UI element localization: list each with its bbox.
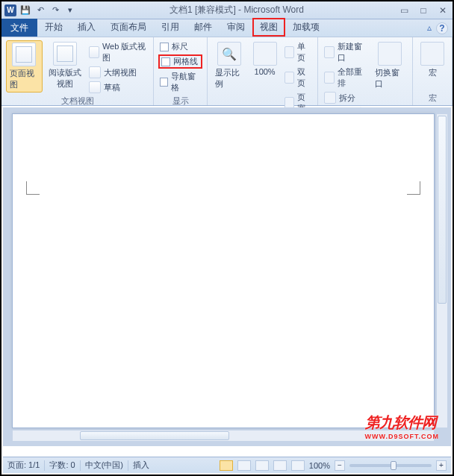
tab-review[interactable]: 审阅 (220, 18, 252, 37)
tab-file[interactable]: 文件 (1, 19, 37, 37)
tab-insert[interactable]: 插入 (70, 18, 103, 37)
minimize-button[interactable]: ▭ (397, 5, 411, 16)
group-document-views: 页面视图 阅读版式 视图 Web 版式视图 大纲视图 草稿 文档视图 (1, 37, 154, 105)
qat-more-button[interactable]: ▾ (64, 4, 76, 16)
ruler-checkbox[interactable]: 标尺 (158, 40, 202, 53)
new-window-label: 新建窗口 (338, 41, 367, 63)
help-button[interactable]: ? (436, 22, 448, 34)
close-button[interactable]: ✕ (436, 5, 450, 16)
new-window-button[interactable]: 新建窗口 (323, 40, 369, 64)
tab-addins[interactable]: 加载项 (285, 18, 327, 37)
tab-home[interactable]: 开始 (37, 18, 70, 37)
new-window-icon (324, 46, 335, 58)
gridlines-checkbox[interactable]: 网格线 (158, 54, 202, 69)
print-layout-icon (12, 43, 36, 66)
switch-windows-button[interactable]: 切换窗口 (372, 40, 408, 91)
status-zoom-value[interactable]: 100% (309, 461, 330, 470)
arrange-all-icon (324, 72, 335, 84)
margin-corner-tl (26, 181, 40, 195)
word-icon[interactable]: W (4, 4, 16, 16)
draft-button[interactable]: 草稿 (87, 81, 149, 94)
reading-layout-button[interactable]: 阅读版式 视图 (46, 40, 84, 91)
one-page-label: 单页 (297, 41, 311, 63)
two-page-icon (284, 72, 295, 84)
outline-label: 大纲视图 (104, 67, 137, 78)
zoom-in-button[interactable]: + (436, 460, 447, 471)
tab-references[interactable]: 引用 (154, 18, 187, 37)
group-window: 新建窗口 全部重排 拆分 切换窗口 窗口 (318, 37, 413, 105)
document-page[interactable] (12, 113, 435, 428)
group-label-show: 显示 (158, 94, 202, 108)
horizontal-scroll-thumb[interactable] (80, 431, 229, 440)
status-language[interactable]: 中文(中国) (85, 460, 123, 471)
split-icon (324, 92, 336, 104)
macros-label: 宏 (429, 67, 437, 78)
zoom-100-button[interactable]: 100% (250, 40, 280, 78)
zoom-slider-thumb[interactable] (391, 461, 397, 470)
zoom-label: 显示比例 (215, 67, 243, 90)
draft-label: 草稿 (104, 82, 120, 93)
switch-windows-icon (378, 42, 402, 66)
status-page[interactable]: 页面: 1/1 (7, 460, 40, 471)
reading-layout-icon (53, 42, 77, 66)
group-label-macros: 宏 (417, 91, 447, 105)
title-bar: W 💾 ↶ ↷ ▾ 文档1 [兼容模式] - Microsoft Word ▭ … (1, 1, 453, 19)
two-page-label: 双页 (297, 66, 311, 89)
view-draft-button[interactable] (291, 460, 305, 471)
nav-pane-label: 导航窗格 (171, 71, 201, 93)
quick-access-toolbar: W 💾 ↶ ↷ ▾ (4, 4, 76, 16)
split-button[interactable]: 拆分 (323, 91, 369, 104)
view-web-button[interactable] (255, 460, 269, 471)
vertical-scroll-thumb[interactable] (438, 116, 447, 304)
zoom-100-icon (253, 42, 277, 66)
help-area: ▵ ? (427, 22, 448, 34)
save-button[interactable]: 💾 (19, 4, 31, 16)
status-bar: 页面: 1/1 字数: 0 中文(中国) 插入 100% − + (3, 457, 451, 473)
outline-icon (89, 66, 101, 78)
switch-windows-label: 切换窗口 (375, 67, 405, 90)
redo-button[interactable]: ↷ (49, 4, 61, 16)
web-layout-button[interactable]: Web 版式视图 (87, 40, 149, 64)
window-title: 文档1 [兼容模式] - Microsoft Word (76, 4, 397, 16)
gridlines-label: 网格线 (173, 56, 198, 67)
macros-icon (420, 42, 444, 66)
one-page-button[interactable]: 单页 (283, 40, 313, 64)
macros-button[interactable]: 宏 (417, 40, 447, 80)
two-page-button[interactable]: 双页 (283, 66, 313, 90)
nav-pane-checkbox[interactable]: 导航窗格 (158, 70, 202, 94)
zoom-100-label: 100% (255, 67, 276, 76)
view-print-layout-button[interactable] (220, 460, 233, 471)
zoom-slider[interactable] (349, 464, 432, 467)
status-words[interactable]: 字数: 0 (49, 460, 75, 471)
web-layout-icon (89, 46, 99, 58)
tab-page-layout[interactable]: 页面布局 (103, 18, 154, 37)
ribbon-tabs: 文件 开始 插入 页面布局 引用 邮件 审阅 视图 加载项 ▵ ? (1, 19, 453, 37)
vertical-scrollbar[interactable] (436, 113, 448, 428)
minimize-ribbon-button[interactable]: ▵ (427, 22, 432, 34)
one-page-icon (284, 46, 295, 58)
zoom-button[interactable]: 🔍 显示比例 (212, 40, 246, 91)
reading-layout-label: 阅读版式 视图 (49, 67, 81, 90)
arrange-all-button[interactable]: 全部重排 (323, 66, 369, 90)
maximize-button[interactable]: □ (417, 5, 430, 16)
view-reading-button[interactable] (237, 460, 251, 471)
outline-button[interactable]: 大纲视图 (87, 66, 149, 79)
tab-view[interactable]: 视图 (252, 18, 285, 37)
checkbox-icon (160, 43, 169, 51)
print-layout-button[interactable]: 页面视图 (6, 40, 43, 93)
ribbon: 页面视图 阅读版式 视图 Web 版式视图 大纲视图 草稿 文档视图 标尺 网格… (1, 37, 453, 106)
group-zoom: 🔍 显示比例 100% 单页 双页 页宽 显示比例 (208, 37, 318, 105)
window-controls: ▭ □ ✕ (397, 5, 450, 16)
draft-icon (89, 81, 101, 93)
group-show: 标尺 网格线 导航窗格 显示 (154, 37, 208, 105)
margin-corner-tr (407, 181, 420, 195)
checkbox-icon (161, 57, 170, 66)
status-mode[interactable]: 插入 (133, 460, 149, 471)
watermark-main: 第九软件网 (365, 414, 436, 430)
web-layout-label: Web 版式视图 (102, 41, 147, 63)
tab-mailings[interactable]: 邮件 (187, 18, 220, 37)
undo-button[interactable]: ↶ (34, 4, 46, 16)
zoom-out-button[interactable]: − (335, 460, 345, 471)
watermark-sub: WWW.D9SOFT.COM (365, 433, 440, 440)
view-outline-button[interactable] (273, 460, 287, 471)
